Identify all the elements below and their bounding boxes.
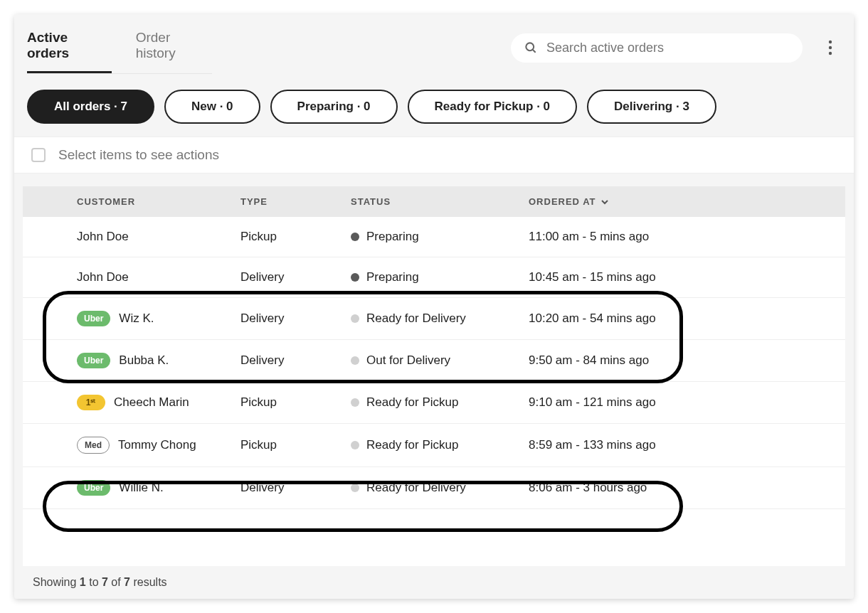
customer-cell: John Doe — [41, 270, 240, 284]
customer-cell: 1ˢᵗCheech Marin — [41, 395, 240, 410]
svg-point-3 — [829, 46, 832, 49]
ordered-at-cell: 9:10 am - 121 mins ago — [529, 395, 827, 410]
customer-cell: MedTommy Chong — [41, 437, 240, 454]
status-cell: Ready for Pickup — [351, 438, 529, 452]
status-text: Preparing — [366, 270, 419, 284]
uber-badge: Uber — [77, 480, 110, 496]
table-row[interactable]: UberBubba K.DeliveryOut for Delivery9:50… — [23, 340, 845, 382]
ordered-at-cell: 8:59 am - 133 mins ago — [529, 438, 827, 452]
status-text: Ready for Delivery — [366, 311, 466, 326]
column-type[interactable]: TYPE — [240, 196, 351, 207]
status-text: Ready for Pickup — [366, 395, 458, 410]
bulk-select-hint: Select items to see actions — [58, 147, 219, 163]
customer-cell: John Doe — [41, 230, 240, 244]
chevron-down-icon — [600, 198, 609, 206]
table-header: CUSTOMER TYPE STATUS ORDERED AT — [23, 186, 845, 217]
customer-name: Wiz K. — [119, 311, 154, 326]
ordered-at-cell: 11:00 am - 5 mins ago — [529, 230, 827, 244]
type-cell: Pickup — [240, 395, 351, 410]
status-text: Ready for Delivery — [366, 481, 466, 495]
table-row[interactable]: MedTommy ChongPickupReady for Pickup8:59… — [23, 424, 845, 467]
column-ordered-at[interactable]: ORDERED AT — [529, 196, 827, 207]
tab-order-history[interactable]: Order history — [136, 21, 212, 73]
orders-table: CUSTOMER TYPE STATUS ORDERED AT John Doe… — [23, 186, 845, 566]
table-row[interactable]: John DoePickupPreparing11:00 am - 5 mins… — [23, 217, 845, 257]
customer-name: Cheech Marin — [114, 395, 189, 410]
type-cell: Delivery — [240, 311, 351, 326]
filter-pill-2[interactable]: Preparing · 0 — [270, 90, 398, 124]
status-cell: Ready for Delivery — [351, 481, 529, 495]
uber-badge: Uber — [77, 311, 110, 326]
customer-name: John Doe — [77, 230, 129, 244]
topbar: Active orders Order history — [14, 14, 854, 74]
status-dot-icon — [351, 273, 359, 282]
bulk-select-bar: Select items to see actions — [14, 137, 854, 174]
select-all-checkbox[interactable] — [31, 148, 46, 162]
table-row[interactable]: 1ˢᵗCheech MarinPickupReady for Pickup9:1… — [23, 382, 845, 424]
table-row[interactable]: UberWillie N.DeliveryReady for Delivery8… — [23, 467, 845, 509]
svg-point-0 — [526, 43, 534, 50]
ordered-at-cell: 8:06 am - 3 hours ago — [529, 481, 827, 495]
table-row[interactable]: UberWiz K.DeliveryReady for Delivery10:2… — [23, 298, 845, 340]
status-dot-icon — [351, 484, 359, 492]
type-cell: Pickup — [240, 230, 351, 244]
svg-point-2 — [829, 41, 832, 43]
type-cell: Delivery — [240, 481, 351, 495]
column-status[interactable]: STATUS — [351, 196, 529, 207]
status-dot-icon — [351, 233, 359, 241]
type-cell: Delivery — [240, 270, 351, 284]
svg-line-1 — [533, 50, 536, 53]
column-ordered-at-label: ORDERED AT — [529, 196, 596, 207]
status-dot-icon — [351, 356, 359, 365]
status-cell: Out for Delivery — [351, 353, 529, 368]
status-dot-icon — [351, 398, 359, 407]
type-cell: Pickup — [240, 438, 351, 452]
results-footer: Showing 1 to 7 of 7 results — [14, 566, 854, 599]
customer-name: Willie N. — [119, 481, 163, 495]
filter-pill-4[interactable]: Delivering · 3 — [587, 90, 716, 124]
tabs: Active orders Order history — [27, 21, 212, 74]
uber-badge: Uber — [77, 353, 110, 368]
status-cell: Preparing — [351, 230, 529, 244]
search-input[interactable] — [546, 41, 790, 55]
status-text: Ready for Pickup — [366, 438, 458, 452]
filter-pill-1[interactable]: New · 0 — [164, 90, 260, 124]
status-cell: Ready for Pickup — [351, 395, 529, 410]
status-cell: Ready for Delivery — [351, 311, 529, 326]
first-badge: 1ˢᵗ — [77, 395, 105, 410]
ordered-at-cell: 9:50 am - 84 mins ago — [529, 353, 827, 368]
svg-point-4 — [829, 52, 832, 55]
filter-pill-0[interactable]: All orders · 7 — [27, 90, 154, 124]
status-text: Preparing — [366, 230, 419, 244]
ordered-at-cell: 10:45 am - 15 mins ago — [529, 270, 827, 284]
filter-pills: All orders · 7New · 0Preparing · 0Ready … — [14, 74, 854, 137]
customer-name: Bubba K. — [119, 353, 169, 368]
customer-cell: UberBubba K. — [41, 353, 240, 368]
column-customer[interactable]: CUSTOMER — [41, 196, 240, 207]
med-badge: Med — [77, 437, 110, 454]
orders-panel: Active orders Order history All orders ·… — [14, 14, 854, 599]
status-cell: Preparing — [351, 270, 529, 284]
more-menu-button[interactable] — [820, 33, 841, 62]
customer-name: John Doe — [77, 270, 129, 284]
tab-active-orders[interactable]: Active orders — [27, 21, 112, 73]
status-dot-icon — [351, 314, 359, 323]
table-row[interactable]: John DoeDeliveryPreparing10:45 am - 15 m… — [23, 257, 845, 298]
customer-cell: UberWiz K. — [41, 311, 240, 326]
customer-name: Tommy Chong — [118, 438, 196, 452]
status-text: Out for Delivery — [366, 353, 450, 368]
status-dot-icon — [351, 441, 359, 449]
search-icon — [524, 41, 538, 55]
ordered-at-cell: 10:20 am - 54 mins ago — [529, 311, 827, 326]
type-cell: Delivery — [240, 353, 351, 368]
filter-pill-3[interactable]: Ready for Pickup · 0 — [408, 90, 578, 124]
search-box[interactable] — [511, 33, 803, 63]
customer-cell: UberWillie N. — [41, 480, 240, 496]
